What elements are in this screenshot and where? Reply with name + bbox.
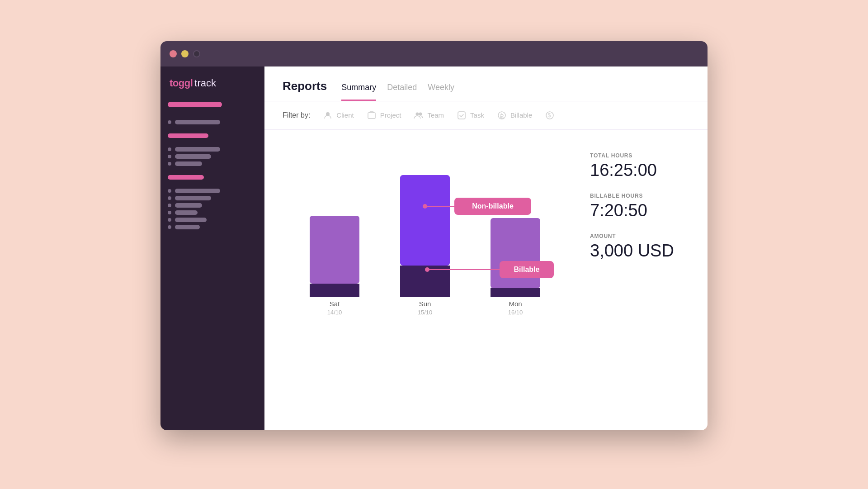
list-item[interactable] [168,225,257,229]
stats-panel: TOTAL HOURS 16:25:00 BILLABLE HOURS 7:20… [590,143,689,261]
sat-dark-bar [310,284,359,297]
app-window: toggl track [160,41,708,430]
main-content: Reports Summary Detailed Weekly Filter b… [264,66,708,430]
billable-tooltip-dot [425,267,429,272]
non-billable-tooltip-dot [423,204,427,209]
list-item[interactable] [168,161,257,166]
sidebar-dot [168,147,171,151]
sun-billable-bar [400,175,450,266]
sat-label: Sat [330,300,340,308]
list-item[interactable] [168,154,257,159]
amount-label: AMOUNT [590,233,689,239]
sidebar-bar [175,210,198,215]
sidebar-section-1 [168,120,257,124]
sidebar-active-bar[interactable] [168,102,222,107]
svg-rect-1 [368,113,375,119]
sidebar-section-3 [168,189,257,229]
filter-team-button[interactable]: Team [414,110,444,120]
filter-more-button[interactable]: $ [545,110,555,120]
tab-detailed[interactable]: Detailed [387,83,417,101]
sat-date: 14/10 [327,309,342,316]
tab-weekly[interactable]: Weekly [428,83,454,101]
sidebar-dot [168,196,171,200]
svg-point-2 [416,112,419,115]
filter-task-button[interactable]: Task [457,110,484,120]
sidebar-dot [168,211,171,214]
filter-project-button[interactable]: Project [367,110,401,120]
sidebar-bar [175,120,220,124]
logo: toggl track [168,77,257,89]
mon-dark-bar [491,288,540,297]
task-icon [457,110,467,120]
chart-area: Billable Non-billable Sat 14/10 [264,130,708,430]
mon-date: 16/10 [508,309,523,316]
sidebar-bar [175,147,220,152]
billable-tooltip-text: Billable [514,266,540,273]
sidebar-dot [168,225,171,229]
billable-icon [497,110,507,120]
window-controls [170,50,200,57]
sidebar-dot [168,189,171,193]
list-item[interactable] [168,189,257,193]
svg-rect-4 [458,112,465,119]
header-title-row: Reports Summary Detailed Weekly [283,79,689,101]
filter-row: Filter by: Client [264,101,708,130]
list-item[interactable] [168,147,257,152]
sidebar-accent-bar-2[interactable] [168,175,204,180]
svg-text:$: $ [548,112,551,119]
close-button[interactable] [170,50,177,57]
minimize-button[interactable] [181,50,189,57]
reports-title: Reports [283,79,327,93]
sidebar-dot [168,218,171,222]
maximize-button[interactable] [193,50,200,57]
chart-container: Billable Non-billable Sat 14/10 [283,143,563,306]
sun-date: 15/10 [418,309,433,316]
list-item[interactable] [168,203,257,208]
total-hours-label: TOTAL HOURS [590,152,689,159]
sidebar: toggl track [160,66,264,430]
window-body: toggl track [160,66,708,430]
non-billable-tooltip-text: Non-billable [472,202,514,210]
sidebar-dot [168,155,171,158]
more-icon: $ [545,110,555,120]
list-item[interactable] [168,196,257,200]
list-item[interactable] [168,210,257,215]
total-hours-stat: TOTAL HOURS 16:25:00 [590,152,689,180]
sun-label: Sun [419,300,431,308]
amount-stat: AMOUNT 3,000 USD [590,233,689,261]
sidebar-bar [175,161,202,166]
filter-label: Filter by: [283,111,310,119]
sidebar-bar [175,189,220,193]
nav-tabs: Summary Detailed Weekly [341,83,454,101]
sidebar-bar [175,203,202,208]
logo-toggl: toggl [170,77,193,89]
sidebar-section-2 [168,147,257,166]
sun-dark-bar [400,266,450,297]
sidebar-accent-bar[interactable] [168,133,208,138]
sidebar-bar [175,218,207,222]
total-hours-value: 16:25:00 [590,161,689,180]
tab-summary[interactable]: Summary [341,83,376,101]
svg-point-3 [419,112,422,115]
amount-value: 3,000 USD [590,241,689,261]
sidebar-bar [175,196,211,200]
list-item[interactable] [168,120,257,124]
header: Reports Summary Detailed Weekly [264,66,708,101]
billable-hours-label: BILLABLE HOURS [590,193,689,199]
titlebar [160,41,708,66]
sidebar-dot [168,162,171,166]
team-icon [414,110,424,120]
logo-track: track [194,77,216,89]
billable-hours-stat: BILLABLE HOURS 7:20:50 [590,193,689,220]
sat-billable-bar [310,216,359,284]
mon-label: Mon [509,300,522,308]
filter-client-button[interactable]: Client [323,110,354,120]
billable-hours-value: 7:20:50 [590,201,689,220]
sidebar-bar [175,154,211,159]
project-icon [367,110,377,120]
filter-billable-button[interactable]: Billable [497,110,532,120]
bar-chart: Billable Non-billable Sat 14/10 [283,143,545,306]
sidebar-dot [168,204,171,207]
sidebar-dot [168,120,171,124]
list-item[interactable] [168,218,257,222]
